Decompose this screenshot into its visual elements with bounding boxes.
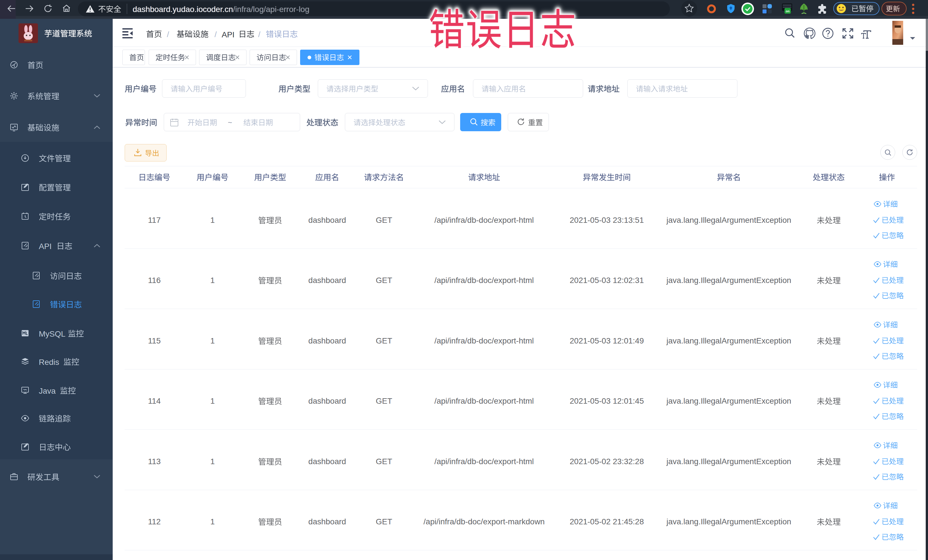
svg-text:on: on [786,9,790,13]
